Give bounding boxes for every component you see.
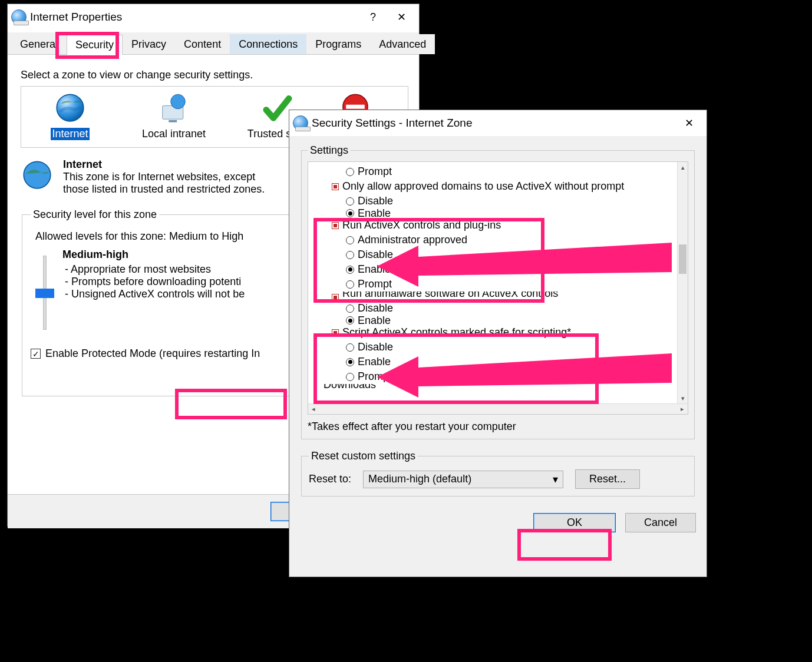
- scroll-down-button[interactable]: ▾: [678, 393, 688, 403]
- scroll-right-button[interactable]: ▸: [677, 405, 688, 413]
- help-button[interactable]: ?: [359, 5, 387, 29]
- security-level-legend: Security level for this zone: [31, 208, 159, 221]
- scroll-left-button[interactable]: ◂: [308, 405, 319, 413]
- dialog-footer: OK Cancel: [289, 505, 707, 532]
- cancel-button[interactable]: Cancel: [625, 513, 696, 532]
- category-icon: [332, 329, 339, 336]
- slider-thumb[interactable]: [35, 289, 54, 298]
- window-title: Security Settings - Internet Zone: [312, 117, 675, 130]
- category-icon: [332, 222, 339, 229]
- protected-mode-checkbox[interactable]: [31, 349, 41, 359]
- monitor-globe-icon: [156, 91, 192, 124]
- level-description: Medium-high Appropriate for most website…: [62, 249, 245, 300]
- svg-point-3: [171, 94, 186, 109]
- tab-privacy[interactable]: Privacy: [123, 34, 175, 54]
- settings-tree[interactable]: Prompt Only allow approved domains to us…: [308, 161, 688, 415]
- tab-security[interactable]: Security: [67, 35, 123, 55]
- close-button[interactable]: ✕: [387, 5, 415, 29]
- level-point: Appropriate for most websites: [65, 263, 245, 276]
- tab-general[interactable]: General: [11, 34, 67, 54]
- group-downloads: Downloads: [324, 384, 684, 392]
- reset-custom-group: Reset custom settings Reset to: Medium-h…: [301, 450, 695, 497]
- svg-rect-2: [169, 120, 177, 123]
- reset-to-value: Medium-high (default): [368, 473, 471, 485]
- reset-legend: Reset custom settings: [309, 450, 418, 462]
- option-enable[interactable]: Enable: [346, 262, 684, 277]
- horizontal-scrollbar[interactable]: ◂ ▸: [308, 403, 688, 414]
- reset-to-label: Reset to:: [309, 473, 351, 485]
- vertical-scrollbar[interactable]: ▴ ▾: [677, 162, 688, 403]
- option-enable[interactable]: Enable: [346, 208, 684, 218]
- close-button[interactable]: ✕: [675, 111, 703, 135]
- window-title: Internet Properties: [30, 11, 359, 24]
- group-run-activex: Run ActiveX controls and plug-ins: [332, 218, 684, 233]
- group-only-allow-approved: Only allow approved domains to use Activ…: [332, 179, 684, 194]
- option-disable[interactable]: Disable: [346, 340, 684, 355]
- option-admin-approved[interactable]: Administrator approved: [346, 233, 684, 247]
- ok-button[interactable]: OK: [533, 513, 616, 532]
- titlebar[interactable]: Security Settings - Internet Zone ✕: [289, 110, 707, 136]
- zone-internet[interactable]: Internet: [26, 91, 114, 140]
- chevron-down-icon: ▾: [553, 473, 558, 486]
- zone-local-intranet[interactable]: Local intranet: [130, 91, 218, 140]
- zone-desc-title: Internet: [63, 158, 275, 171]
- reset-to-combo[interactable]: Medium-high (default) ▾: [363, 471, 563, 488]
- globe-icon: [21, 158, 54, 196]
- internet-options-icon: [293, 115, 308, 131]
- tab-connections[interactable]: Connections: [230, 34, 306, 54]
- level-name: Medium-high: [62, 249, 245, 261]
- level-point: Unsigned ActiveX controls will not be: [65, 288, 245, 300]
- level-point: Prompts before downloading potenti: [65, 276, 245, 288]
- restart-note: *Takes effect after you restart your com…: [308, 421, 688, 433]
- category-icon: [332, 183, 339, 190]
- category-icon: [332, 294, 339, 301]
- option-enable[interactable]: Enable: [346, 355, 684, 369]
- tab-strip: General Security Privacy Content Connect…: [8, 32, 419, 55]
- settings-legend: Settings: [308, 144, 351, 157]
- svg-rect-5: [346, 105, 365, 109]
- group-antimalware: Run antimalware software on ActiveX cont…: [332, 292, 684, 301]
- globe-icon: [52, 91, 88, 124]
- tab-programs[interactable]: Programs: [306, 34, 370, 54]
- reset-button[interactable]: Reset...: [575, 469, 640, 489]
- group-script-activex: Script ActiveX controls marked safe for …: [332, 325, 684, 340]
- svg-point-6: [24, 161, 51, 188]
- tab-advanced[interactable]: Advanced: [370, 34, 435, 54]
- option-prompt[interactable]: Prompt: [346, 164, 684, 179]
- option-enable[interactable]: Enable: [346, 316, 684, 325]
- scroll-thumb[interactable]: [679, 244, 686, 274]
- option-prompt[interactable]: Prompt: [346, 369, 684, 384]
- option-disable[interactable]: Disable: [346, 301, 684, 316]
- tab-content[interactable]: Content: [175, 34, 230, 54]
- security-level-slider[interactable]: [39, 249, 51, 337]
- zone-label: Internet: [51, 128, 89, 140]
- option-disable[interactable]: Disable: [346, 247, 684, 262]
- scroll-up-button[interactable]: ▴: [678, 162, 688, 173]
- security-settings-window: Security Settings - Internet Zone ✕ Sett…: [289, 110, 707, 577]
- zone-help-text: Select a zone to view or change security…: [21, 69, 408, 81]
- zone-desc-text: This zone is for Internet websites, exce…: [63, 171, 275, 196]
- zone-label: Local intranet: [141, 128, 207, 140]
- settings-group: Settings Prompt Only allow approved doma…: [301, 144, 695, 439]
- internet-options-icon: [11, 9, 27, 25]
- option-prompt[interactable]: Prompt: [346, 277, 684, 292]
- protected-mode-label: Enable Protected Mode (requires restarti…: [45, 347, 260, 360]
- titlebar[interactable]: Internet Properties ? ✕: [8, 4, 419, 30]
- option-disable[interactable]: Disable: [346, 194, 684, 208]
